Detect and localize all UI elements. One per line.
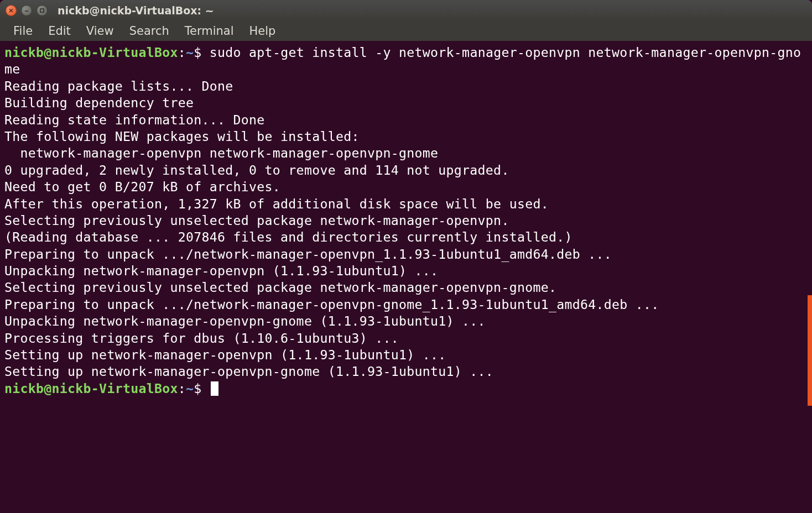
prompt-user-host-2: nickb@nickb-VirtualBox <box>4 381 178 396</box>
prompt-user-host: nickb@nickb-VirtualBox <box>4 45 178 60</box>
minimize-icon <box>24 8 29 13</box>
prompt-colon: : <box>178 45 186 60</box>
scrollbar[interactable] <box>808 295 812 406</box>
close-icon <box>8 8 14 13</box>
titlebar[interactable]: nickb@nickb-VirtualBox: ~ <box>0 0 812 21</box>
prompt-path-2: ~ <box>186 381 194 396</box>
terminal-body[interactable]: nickb@nickb-VirtualBox:~$ sudo apt-get i… <box>0 41 812 513</box>
terminal-output: Reading package lists... Done Building d… <box>4 78 659 379</box>
cursor <box>211 381 218 396</box>
window-title: nickb@nickb-VirtualBox: ~ <box>58 4 214 17</box>
minimize-button[interactable] <box>21 5 32 16</box>
close-button[interactable] <box>6 5 17 16</box>
menu-edit[interactable]: Edit <box>41 22 77 40</box>
maximize-icon <box>39 8 45 13</box>
menu-search[interactable]: Search <box>123 22 176 40</box>
prompt-colon-2: : <box>178 381 186 396</box>
menu-view[interactable]: View <box>80 22 121 40</box>
menu-terminal[interactable]: Terminal <box>178 22 241 40</box>
prompt-dollar: $ <box>194 45 201 60</box>
terminal-window: nickb@nickb-VirtualBox: ~ File Edit View… <box>0 0 812 513</box>
menubar: File Edit View Search Terminal Help <box>0 21 812 41</box>
prompt-dollar-2: $ <box>194 381 201 396</box>
maximize-button[interactable] <box>37 5 48 16</box>
svg-rect-3 <box>40 9 44 12</box>
window-controls <box>6 5 48 16</box>
prompt-path: ~ <box>186 45 194 60</box>
menu-help[interactable]: Help <box>243 22 283 40</box>
menu-file[interactable]: File <box>7 22 39 40</box>
